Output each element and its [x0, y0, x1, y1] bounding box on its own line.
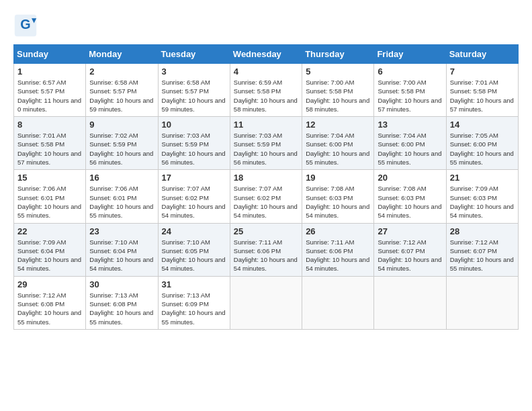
- day-number: 1: [17, 66, 82, 77]
- calendar-cell: 23 Sunrise: 7:10 AMSunset: 6:04 PMDaylig…: [86, 223, 158, 276]
- day-info: Sunrise: 7:04 AMSunset: 6:00 PMDaylight:…: [306, 132, 369, 166]
- calendar-cell: 15 Sunrise: 7:06 AMSunset: 6:01 PMDaylig…: [14, 170, 86, 223]
- day-number: 23: [89, 226, 154, 236]
- day-number: 5: [306, 66, 370, 77]
- header-cell-monday: Monday: [86, 45, 158, 64]
- day-number: 2: [89, 66, 154, 77]
- day-number: 9: [89, 120, 154, 130]
- calendar-table: SundayMondayTuesdayWednesdayThursdayFrid…: [13, 44, 519, 330]
- day-number: 17: [162, 173, 226, 183]
- calendar-row-2: 8 Sunrise: 7:01 AMSunset: 5:58 PMDayligh…: [14, 117, 519, 170]
- calendar-cell: 31 Sunrise: 7:13 AMSunset: 6:09 PMDaylig…: [158, 276, 230, 329]
- calendar-body: 1 Sunrise: 6:57 AMSunset: 5:57 PMDayligh…: [14, 64, 519, 330]
- calendar-cell: 12 Sunrise: 7:04 AMSunset: 6:00 PMDaylig…: [302, 117, 374, 170]
- calendar-cell: [374, 276, 446, 329]
- calendar-row-4: 22 Sunrise: 7:09 AMSunset: 6:04 PMDaylig…: [14, 223, 519, 276]
- day-info: Sunrise: 6:57 AMSunset: 5:57 PMDaylight:…: [17, 79, 81, 113]
- day-number: 12: [306, 120, 370, 130]
- day-info: Sunrise: 7:13 AMSunset: 6:09 PMDaylight:…: [162, 291, 226, 326]
- calendar-cell: 20 Sunrise: 7:08 AMSunset: 6:03 PMDaylig…: [374, 170, 446, 223]
- calendar-row-5: 29 Sunrise: 7:12 AMSunset: 6:08 PMDaylig…: [14, 276, 519, 329]
- day-info: Sunrise: 7:11 AMSunset: 6:06 PMDaylight:…: [306, 238, 369, 273]
- calendar-cell: 19 Sunrise: 7:08 AMSunset: 6:03 PMDaylig…: [302, 170, 374, 223]
- calendar-cell: [230, 276, 302, 329]
- day-number: 8: [17, 120, 82, 130]
- header-cell-sunday: Sunday: [14, 45, 86, 64]
- calendar-cell: 13 Sunrise: 7:04 AMSunset: 6:00 PMDaylig…: [374, 117, 446, 170]
- day-number: 3: [162, 66, 226, 77]
- header-cell-saturday: Saturday: [446, 45, 518, 64]
- day-info: Sunrise: 7:02 AMSunset: 5:59 PMDaylight:…: [89, 132, 153, 166]
- day-number: 20: [378, 173, 442, 183]
- day-info: Sunrise: 7:10 AMSunset: 6:04 PMDaylight:…: [89, 238, 153, 273]
- day-info: Sunrise: 7:08 AMSunset: 6:03 PMDaylight:…: [378, 185, 441, 219]
- logo: G: [13, 13, 42, 38]
- calendar-cell: 21 Sunrise: 7:09 AMSunset: 6:03 PMDaylig…: [446, 170, 518, 223]
- page-header: G: [13, 13, 519, 38]
- day-number: 26: [306, 226, 370, 236]
- day-number: 7: [450, 66, 515, 77]
- header-cell-tuesday: Tuesday: [158, 45, 230, 64]
- day-info: Sunrise: 7:10 AMSunset: 6:05 PMDaylight:…: [162, 238, 226, 273]
- calendar-cell: 11 Sunrise: 7:03 AMSunset: 5:59 PMDaylig…: [230, 117, 302, 170]
- day-number: 30: [89, 279, 154, 289]
- day-number: 24: [162, 226, 226, 236]
- day-info: Sunrise: 7:05 AMSunset: 6:00 PMDaylight:…: [450, 132, 514, 166]
- calendar-cell: 3 Sunrise: 6:58 AMSunset: 5:57 PMDayligh…: [158, 64, 230, 117]
- day-number: 28: [450, 226, 515, 236]
- calendar-cell: 25 Sunrise: 7:11 AMSunset: 6:06 PMDaylig…: [230, 223, 302, 276]
- day-number: 6: [378, 66, 442, 77]
- day-info: Sunrise: 7:09 AMSunset: 6:04 PMDaylight:…: [17, 238, 81, 273]
- day-info: Sunrise: 7:09 AMSunset: 6:03 PMDaylight:…: [450, 185, 514, 219]
- calendar-cell: 16 Sunrise: 7:06 AMSunset: 6:01 PMDaylig…: [86, 170, 158, 223]
- day-info: Sunrise: 6:58 AMSunset: 5:57 PMDaylight:…: [162, 79, 226, 113]
- logo-icon: G: [13, 13, 38, 38]
- calendar-cell: 9 Sunrise: 7:02 AMSunset: 5:59 PMDayligh…: [86, 117, 158, 170]
- day-info: Sunrise: 7:08 AMSunset: 6:03 PMDaylight:…: [306, 185, 369, 219]
- day-info: Sunrise: 7:00 AMSunset: 5:58 PMDaylight:…: [378, 79, 441, 113]
- calendar-cell: 14 Sunrise: 7:05 AMSunset: 6:00 PMDaylig…: [446, 117, 518, 170]
- calendar-cell: 10 Sunrise: 7:03 AMSunset: 5:59 PMDaylig…: [158, 117, 230, 170]
- day-number: 14: [450, 120, 515, 130]
- day-info: Sunrise: 7:13 AMSunset: 6:08 PMDaylight:…: [89, 291, 153, 326]
- day-info: Sunrise: 7:00 AMSunset: 5:58 PMDaylight:…: [306, 79, 369, 113]
- day-info: Sunrise: 7:03 AMSunset: 5:59 PMDaylight:…: [162, 132, 226, 166]
- calendar-cell: 6 Sunrise: 7:00 AMSunset: 5:58 PMDayligh…: [374, 64, 446, 117]
- day-info: Sunrise: 6:58 AMSunset: 5:57 PMDaylight:…: [89, 79, 153, 113]
- day-number: 27: [378, 226, 442, 236]
- day-number: 21: [450, 173, 515, 183]
- day-info: Sunrise: 7:12 AMSunset: 6:08 PMDaylight:…: [17, 291, 81, 326]
- calendar-cell: 4 Sunrise: 6:59 AMSunset: 5:58 PMDayligh…: [230, 64, 302, 117]
- calendar-cell: 26 Sunrise: 7:11 AMSunset: 6:06 PMDaylig…: [302, 223, 374, 276]
- header-row: SundayMondayTuesdayWednesdayThursdayFrid…: [14, 45, 519, 64]
- day-number: 11: [234, 120, 298, 130]
- day-info: Sunrise: 7:01 AMSunset: 5:58 PMDaylight:…: [17, 132, 81, 166]
- calendar-row-1: 1 Sunrise: 6:57 AMSunset: 5:57 PMDayligh…: [14, 64, 519, 117]
- calendar-cell: 29 Sunrise: 7:12 AMSunset: 6:08 PMDaylig…: [14, 276, 86, 329]
- calendar-cell: 8 Sunrise: 7:01 AMSunset: 5:58 PMDayligh…: [14, 117, 86, 170]
- calendar-cell: 2 Sunrise: 6:58 AMSunset: 5:57 PMDayligh…: [86, 64, 158, 117]
- day-number: 13: [378, 120, 442, 130]
- day-info: Sunrise: 7:07 AMSunset: 6:02 PMDaylight:…: [162, 185, 226, 219]
- header-cell-friday: Friday: [374, 45, 446, 64]
- calendar-cell: 1 Sunrise: 6:57 AMSunset: 5:57 PMDayligh…: [14, 64, 86, 117]
- day-info: Sunrise: 7:01 AMSunset: 5:58 PMDaylight:…: [450, 79, 514, 113]
- day-info: Sunrise: 7:04 AMSunset: 6:00 PMDaylight:…: [378, 132, 441, 166]
- day-number: 19: [306, 173, 370, 183]
- calendar-cell: 5 Sunrise: 7:00 AMSunset: 5:58 PMDayligh…: [302, 64, 374, 117]
- day-info: Sunrise: 7:12 AMSunset: 6:07 PMDaylight:…: [378, 238, 441, 273]
- calendar-cell: 24 Sunrise: 7:10 AMSunset: 6:05 PMDaylig…: [158, 223, 230, 276]
- day-number: 16: [89, 173, 154, 183]
- day-number: 22: [17, 226, 82, 236]
- calendar-cell: 17 Sunrise: 7:07 AMSunset: 6:02 PMDaylig…: [158, 170, 230, 223]
- day-info: Sunrise: 7:11 AMSunset: 6:06 PMDaylight:…: [234, 238, 298, 273]
- day-number: 18: [234, 173, 298, 183]
- day-info: Sunrise: 7:06 AMSunset: 6:01 PMDaylight:…: [17, 185, 81, 219]
- svg-text:G: G: [20, 17, 30, 32]
- day-info: Sunrise: 7:12 AMSunset: 6:07 PMDaylight:…: [450, 238, 514, 273]
- calendar-cell: [302, 276, 374, 329]
- header-cell-wednesday: Wednesday: [230, 45, 302, 64]
- calendar-cell: 22 Sunrise: 7:09 AMSunset: 6:04 PMDaylig…: [14, 223, 86, 276]
- day-info: Sunrise: 7:03 AMSunset: 5:59 PMDaylight:…: [234, 132, 298, 166]
- calendar-cell: 27 Sunrise: 7:12 AMSunset: 6:07 PMDaylig…: [374, 223, 446, 276]
